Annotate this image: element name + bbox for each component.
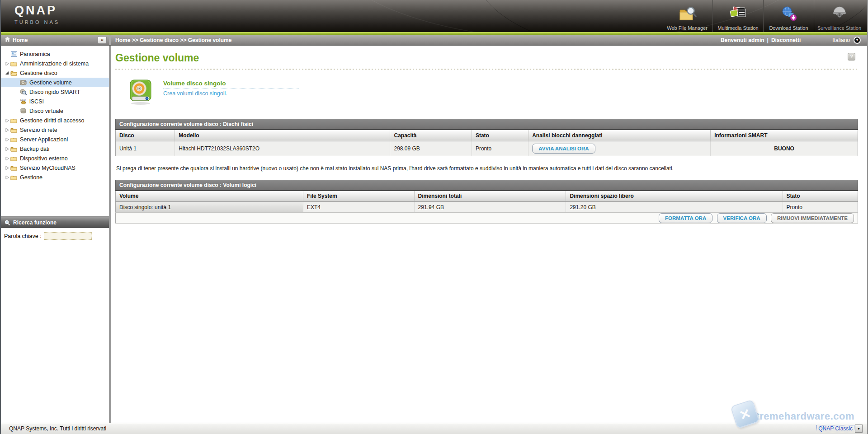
model-cell: Hitachi HDT721032SLA360ST2O (175, 141, 390, 156)
sidebar-item-label: Disco rigido SMART (29, 89, 80, 95)
sidebar-item-label: Gestione (20, 174, 42, 181)
bad-block-scan-cell: AVVIA ANALISI ORA (528, 141, 711, 156)
welcome-text: Benvenuti admin (721, 37, 764, 43)
start-scan-button[interactable]: AVVIA ANALISI ORA (532, 144, 595, 154)
surveillance-station-button[interactable]: Surveillance Station (814, 0, 864, 32)
xtremehardware-watermark: ✕ xtremehardware.com (733, 402, 854, 430)
app-label: Multimedia Station (717, 25, 759, 31)
column-header: Capacità (390, 130, 472, 141)
expander-collapsed-icon[interactable] (4, 175, 10, 180)
folder-icon (10, 156, 18, 161)
function-search-title: Ricerca funzione (13, 219, 57, 226)
check-now-button[interactable]: VERIFICA ORA (717, 213, 767, 223)
status-cell: Pronto (783, 202, 858, 213)
sidebar-collapse-button[interactable]: « (98, 36, 107, 44)
volume-cell: Disco singolo: unità 1 (116, 202, 303, 213)
app-label: Surveillance Station (817, 25, 861, 31)
search-icon (5, 220, 10, 225)
sidebar-header: Home « (1, 35, 111, 45)
capacity-cell: 298.09 GB (390, 141, 472, 156)
sidebar-item-iscsi[interactable]: iSCSI iSCSI (1, 97, 109, 106)
app-label: Web File Manager (667, 25, 708, 31)
expander-collapsed-icon[interactable] (4, 128, 10, 132)
sidebar-item-disco-rigido-smart[interactable]: Disco rigido SMART (1, 87, 109, 97)
smart-status: BUONO (711, 141, 858, 156)
smart-icon (19, 89, 27, 95)
body-row: Panoramica Amministrazione di sistema (1, 46, 867, 423)
format-now-button[interactable]: FORMATTA ORA (659, 213, 712, 223)
sidebar-title: Home (13, 37, 98, 43)
format-warning-note: Si prega di tener presente che qualora s… (116, 165, 858, 172)
qnap-logo: QNAP TURBO NAS (14, 4, 60, 25)
sidebar: Panoramica Amministrazione di sistema (1, 46, 111, 423)
folder-icon (10, 175, 18, 180)
download-station-button[interactable]: Download Station (763, 0, 814, 32)
folder-icon (10, 118, 18, 123)
logout-link[interactable]: Disconnetti (771, 37, 801, 43)
sidebar-item-panoramica[interactable]: Panoramica (1, 49, 109, 59)
folder-icon (10, 146, 18, 152)
column-header: Analisi blocchi danneggiati (528, 130, 711, 141)
sidebar-item-dispositivo-esterno[interactable]: Dispositivo esterno (1, 154, 109, 163)
column-header: Informazioni SMART (711, 130, 858, 141)
multimedia-station-icon (729, 5, 748, 24)
app-label: Download Station (769, 25, 808, 31)
single-disk-volume-icon (128, 77, 153, 105)
help-button[interactable]: ? (848, 53, 855, 61)
physical-disks-table: Disco Modello Capacità Stato Analisi blo… (115, 129, 858, 156)
expander-collapsed-icon[interactable] (4, 137, 10, 142)
expander-collapsed-icon[interactable] (4, 156, 10, 161)
physical-disks-section: Configurazione corrente volume disco : D… (115, 119, 858, 156)
column-header: Stato (472, 130, 528, 141)
feature-title: Volume disco singolo (163, 80, 299, 89)
theme-dropdown-icon: ▼ (855, 425, 863, 433)
sidebar-item-servizio-di-rete[interactable]: Servizio di rete (1, 125, 109, 135)
svg-text:iSCSI: iSCSI (20, 98, 26, 101)
language-label: Italiano (832, 37, 850, 43)
sidebar-item-backup-dati[interactable]: Backup dati (1, 144, 109, 154)
physical-disks-title: Configurazione corrente volume disco : D… (115, 119, 858, 129)
sidebar-item-label: Disco virtuale (29, 108, 63, 114)
xtremehardware-logo-icon: ✕ (730, 399, 760, 429)
expander-collapsed-icon[interactable] (4, 118, 10, 123)
column-header: Dimensioni totali (414, 191, 566, 202)
sidebar-item-label: Servizio di rete (20, 127, 57, 133)
language-selector[interactable]: Italiano ▼ (832, 37, 861, 44)
volume-icon (19, 79, 27, 85)
overview-icon (10, 51, 18, 57)
dotted-divider (115, 69, 858, 70)
create-single-volume-link[interactable]: Crea volumi disco singoli. (163, 90, 299, 97)
download-station-icon (779, 5, 798, 24)
keyword-input[interactable] (44, 232, 92, 240)
sidebar-item-servizio-mycloudnas[interactable]: Servizio MyCloudNAS (1, 163, 109, 173)
expander-collapsed-icon[interactable] (4, 166, 10, 170)
single-disk-volume-feature: Volume disco singolo Crea volumi disco s… (128, 77, 858, 105)
sidebar-item-amministrazione-di-sistema[interactable]: Amministrazione di sistema (1, 59, 109, 68)
sidebar-item-gestione-diritti-di-accesso[interactable]: Gestione diritti di accesso (1, 116, 109, 125)
sidebar-item-server-applicazioni[interactable]: Server Applicazioni (1, 135, 109, 144)
sidebar-item-disco-virtuale[interactable]: Disco virtuale (1, 106, 109, 116)
page-title: Gestione volume (115, 52, 848, 64)
sidebar-item-label: Gestione volume (29, 79, 72, 86)
folder-icon (10, 61, 18, 66)
free-size-cell: 291.20 GB (566, 202, 783, 213)
folder-icon (10, 137, 18, 142)
web-file-manager-button[interactable]: Web File Manager (662, 0, 712, 32)
sidebar-item-gestione[interactable]: Gestione (1, 173, 109, 182)
virtual-disk-icon (19, 108, 27, 114)
breadcrumb-path[interactable]: Home >> Gestione disco >> Gestione volum… (115, 37, 721, 43)
language-dropdown-icon: ▼ (854, 37, 861, 44)
sidebar-item-gestione-volume[interactable]: Gestione volume (1, 78, 109, 87)
sidebar-item-gestione-disco[interactable]: Gestione disco (1, 68, 109, 78)
table-row: Unità 1 Hitachi HDT721032SLA360ST2O 298.… (116, 141, 858, 156)
breadcrumb-main: Home >> Gestione disco >> Gestione volum… (111, 35, 867, 45)
sidebar-item-label: Servizio MyCloudNAS (20, 165, 75, 171)
expander-expanded-icon[interactable] (4, 71, 10, 75)
multimedia-station-button[interactable]: Multimedia Station (712, 0, 763, 32)
turbo-nas-text: TURBO NAS (14, 19, 60, 25)
expander-collapsed-icon[interactable] (4, 61, 10, 66)
iscsi-icon: iSCSI (19, 98, 27, 104)
expander-collapsed-icon[interactable] (4, 147, 10, 151)
breadcrumb-bar: Home « Home >> Gestione disco >> Gestion… (1, 35, 867, 46)
remove-immediately-button[interactable]: RIMUOVI IMMEDIATAMENTE (771, 213, 854, 223)
